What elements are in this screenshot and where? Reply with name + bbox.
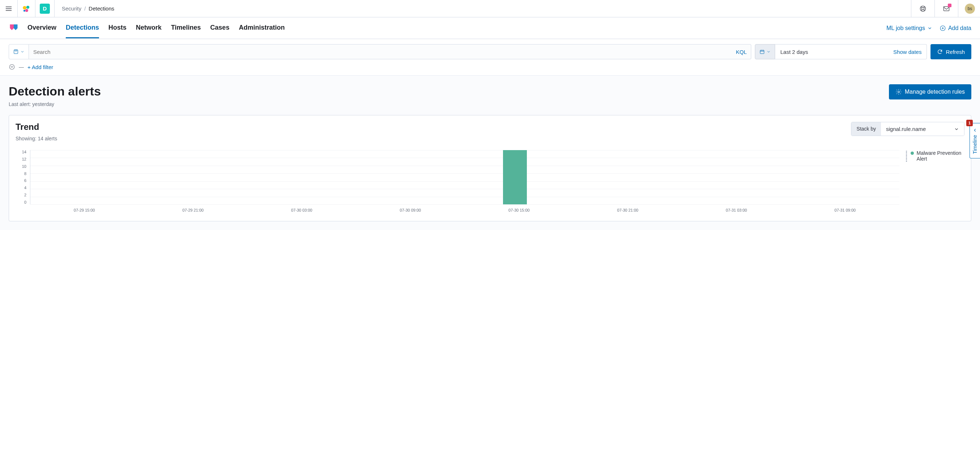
breadcrumb-separator: / bbox=[84, 5, 86, 11]
tab-detections[interactable]: Detections bbox=[66, 18, 99, 38]
menu-toggle[interactable] bbox=[3, 3, 14, 14]
kql-toggle[interactable]: KQL bbox=[736, 49, 746, 55]
filter-icon[interactable] bbox=[9, 64, 15, 70]
x-tick: 07-31 09:00 bbox=[791, 208, 899, 212]
user-avatar[interactable]: bs bbox=[965, 3, 975, 14]
stack-by-control: Stack by signal.rule.name bbox=[851, 122, 964, 136]
y-tick: 4 bbox=[16, 186, 26, 190]
y-tick: 14 bbox=[16, 150, 26, 154]
gear-icon bbox=[896, 89, 902, 95]
search-filter-bar: KQL Last 2 days Show dates Refresh — + A… bbox=[0, 39, 980, 75]
app-tabs: OverviewDetectionsHostsNetworkTimelinesC… bbox=[27, 18, 285, 38]
chart-legend: Malware Prevention Alert bbox=[899, 150, 964, 212]
ml-job-settings-label: ML job settings bbox=[886, 25, 925, 32]
separator bbox=[18, 0, 18, 18]
svg-point-2 bbox=[25, 9, 28, 11]
search-input[interactable] bbox=[33, 49, 736, 55]
add-data-link[interactable]: Add data bbox=[940, 25, 971, 32]
chevron-down-icon bbox=[767, 50, 771, 54]
calendar-icon bbox=[759, 49, 765, 54]
x-tick: 07-29 21:00 bbox=[139, 208, 248, 212]
ml-job-settings[interactable]: ML job settings bbox=[886, 25, 932, 32]
x-tick: 07-31 03:00 bbox=[682, 208, 791, 212]
shield-icon bbox=[9, 23, 19, 33]
saved-query-button[interactable] bbox=[9, 44, 29, 59]
date-range-text: Last 2 days bbox=[780, 49, 893, 55]
date-picker-button[interactable] bbox=[755, 44, 775, 59]
help-button[interactable] bbox=[916, 2, 930, 16]
x-tick: 07-30 09:00 bbox=[356, 208, 465, 212]
breadcrumb-parent[interactable]: Security bbox=[62, 5, 81, 11]
elastic-logo[interactable] bbox=[21, 3, 32, 14]
legend-item[interactable]: Malware Prevention Alert bbox=[906, 150, 964, 162]
refresh-label: Refresh bbox=[946, 49, 965, 55]
page-subtitle: Last alert: yesterday bbox=[9, 101, 101, 107]
svg-rect-9 bbox=[15, 50, 17, 51]
manage-rules-button[interactable]: Manage detection rules bbox=[889, 84, 971, 99]
tab-administration[interactable]: Administration bbox=[239, 18, 285, 38]
trend-chart: 14121086420 07-29 15:0007-29 21:0007-30 … bbox=[16, 150, 964, 214]
manage-rules-label: Manage detection rules bbox=[905, 89, 965, 95]
y-tick: 10 bbox=[16, 165, 26, 169]
plus-circle-icon bbox=[940, 25, 946, 32]
show-dates-link[interactable]: Show dates bbox=[893, 49, 921, 55]
filter-dash: — bbox=[19, 64, 24, 70]
top-header: D Security / Detections bs bbox=[0, 0, 980, 18]
stack-by-select[interactable]: signal.rule.name bbox=[881, 122, 964, 136]
hamburger-icon bbox=[5, 5, 12, 12]
y-tick: 8 bbox=[16, 172, 26, 176]
breadcrumb-current: Detections bbox=[89, 5, 114, 11]
chart-bar[interactable] bbox=[503, 150, 527, 204]
x-tick: 07-30 15:00 bbox=[465, 208, 573, 212]
timeline-label: Timeline bbox=[972, 135, 978, 154]
tab-hosts[interactable]: Hosts bbox=[108, 18, 126, 38]
svg-point-1 bbox=[26, 5, 29, 8]
timeline-flyout-tab[interactable]: 1 Timeline bbox=[969, 123, 980, 158]
add-filter-link[interactable]: + Add filter bbox=[27, 64, 53, 70]
svg-point-12 bbox=[897, 91, 899, 93]
legend-swatch bbox=[911, 152, 914, 155]
chevron-down-icon bbox=[954, 126, 959, 132]
search-input-wrap[interactable]: KQL bbox=[29, 44, 751, 59]
lifebuoy-icon bbox=[919, 5, 926, 12]
separator bbox=[911, 0, 912, 18]
space-selector[interactable]: D bbox=[40, 3, 50, 14]
page-title: Detection alerts bbox=[9, 84, 101, 98]
separator bbox=[934, 0, 935, 18]
separator bbox=[54, 0, 54, 18]
y-tick: 0 bbox=[16, 200, 26, 204]
x-tick: 07-29 15:00 bbox=[30, 208, 139, 212]
separator bbox=[958, 0, 958, 18]
x-tick: 07-30 21:00 bbox=[573, 208, 682, 212]
newsfeed-button[interactable] bbox=[939, 2, 954, 16]
y-tick: 2 bbox=[16, 193, 26, 197]
legend-label: Malware Prevention Alert bbox=[917, 150, 964, 162]
tab-timelines[interactable]: Timelines bbox=[171, 18, 201, 38]
stack-by-value: signal.rule.name bbox=[886, 126, 926, 132]
x-tick: 07-30 03:00 bbox=[248, 208, 356, 212]
chevron-down-icon bbox=[20, 50, 25, 54]
chevron-down-icon bbox=[927, 26, 932, 31]
add-data-label: Add data bbox=[948, 25, 971, 32]
security-app-logo bbox=[9, 23, 19, 33]
tab-overview[interactable]: Overview bbox=[27, 18, 56, 38]
date-range-display[interactable]: Last 2 days Show dates bbox=[775, 44, 927, 59]
breadcrumb: Security / Detections bbox=[62, 5, 114, 11]
tab-cases[interactable]: Cases bbox=[210, 18, 229, 38]
trend-panel: Trend Showing: 14 alerts Stack by signal… bbox=[9, 115, 971, 221]
panel-subtitle: Showing: 14 alerts bbox=[16, 136, 57, 141]
refresh-button[interactable]: Refresh bbox=[931, 44, 971, 59]
svg-point-3 bbox=[24, 10, 25, 11]
timeline-badge: 1 bbox=[966, 120, 973, 126]
app-nav: OverviewDetectionsHostsNetworkTimelinesC… bbox=[0, 18, 980, 39]
main-content: Detection alerts Last alert: yesterday M… bbox=[0, 75, 980, 230]
svg-point-11 bbox=[10, 64, 14, 69]
refresh-icon bbox=[937, 49, 943, 54]
svg-point-0 bbox=[23, 6, 26, 10]
chevron-left-icon bbox=[972, 128, 977, 133]
panel-title: Trend bbox=[16, 122, 57, 132]
elastic-logo-icon bbox=[22, 4, 31, 13]
tab-network[interactable]: Network bbox=[136, 18, 162, 38]
stack-by-label: Stack by bbox=[851, 122, 881, 136]
save-icon bbox=[13, 49, 19, 54]
